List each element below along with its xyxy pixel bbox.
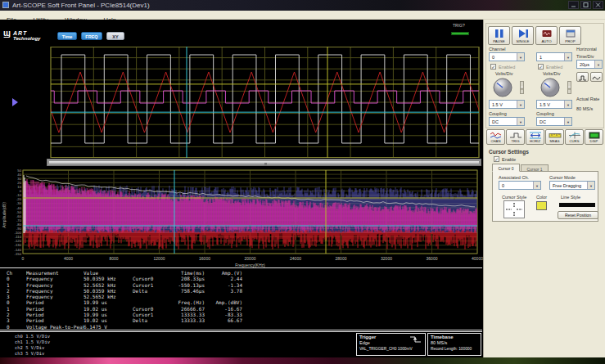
auto-button[interactable]: AUTO — [535, 26, 558, 45]
view-button-xy[interactable]: XY — [106, 32, 124, 40]
meas-cell: Period — [26, 317, 84, 323]
tab-horiz[interactable]: HORIZ — [526, 129, 544, 145]
meas-cell: 50.0359 kHz — [84, 288, 133, 294]
meas-header-cell: Amp.(V) — [205, 270, 242, 276]
chevron-down-icon — [564, 53, 571, 61]
display-icon — [588, 132, 601, 139]
properties-icon — [565, 29, 576, 38]
channel-select-1[interactable]: 1 — [536, 52, 572, 61]
channel-scale-line: ch0 1.5 V/Div — [15, 334, 50, 339]
svg-text:16000: 16000 — [199, 256, 210, 261]
close-button[interactable] — [593, 1, 603, 9]
tab-chan[interactable]: CHAN — [486, 129, 505, 145]
close-icon — [594, 2, 602, 8]
tab-cursor-0[interactable]: Cursor 0 — [492, 164, 520, 172]
single-button[interactable]: SINGLE — [512, 26, 534, 45]
enabled-checkbox-1[interactable] — [538, 64, 544, 70]
channel-select-0[interactable]: 0 — [489, 52, 525, 61]
coupling-select-1[interactable]: DC — [536, 117, 572, 126]
cursor-enable-checkbox[interactable] — [494, 156, 499, 162]
scope-display-area: Ϣ ART Technology Time FREQ XY TRIG? 5040… — [0, 20, 483, 357]
meas-cell: 2.44 — [205, 276, 242, 281]
logo-wave-icon: Ϣ — [3, 31, 11, 37]
fft-spectrum-plot[interactable]: 50403020100-10-20-30-40-50-60-70-80-90-1… — [0, 168, 483, 267]
reset-position-button[interactable]: Reset Position — [558, 211, 598, 219]
timebase-record-length: Record Length: 100000 — [431, 346, 478, 352]
knob-icon — [540, 77, 561, 98]
crosshair-icon — [504, 201, 524, 218]
hmode-button-2[interactable] — [590, 72, 603, 82]
meas-cell: 13333.33 — [162, 312, 205, 317]
voltsdiv-value-1: 1.5 V — [540, 102, 550, 107]
svg-text:4000: 4000 — [64, 256, 73, 261]
tab-trig[interactable]: TRIG — [506, 129, 525, 145]
cursor-settings-title: Cursor Settings — [489, 149, 529, 155]
measurement-row: 3Period19.02 usDelta13333.3366.67 — [2, 317, 272, 323]
meas-cell: 1 — [2, 306, 26, 312]
minimize-button[interactable] — [568, 1, 579, 9]
trig-status-lamp — [451, 32, 469, 35]
meas-cell: 26666.67 — [162, 306, 205, 312]
measurement-row: 2Period19.99 usCursor113333.33-83.33 — [2, 312, 272, 317]
brand-logo: Ϣ ART Technology — [5, 30, 40, 42]
cursor-mode-select[interactable]: Free Dragging — [549, 181, 595, 190]
svg-text:28000: 28000 — [336, 256, 347, 261]
voltsdiv-knob-1[interactable] — [540, 77, 561, 99]
knob-icon — [492, 77, 513, 98]
coupling-value-1: DC — [540, 119, 546, 124]
tab-disp[interactable]: DISP — [585, 129, 603, 145]
associated-ch-label: Associated Ch. — [499, 175, 529, 180]
channel-scale-line: ch1 1.5 V/Div — [15, 339, 50, 345]
view-button-time[interactable]: Time — [57, 32, 77, 40]
voltsdiv-slider-1[interactable] — [567, 81, 571, 94]
trig-status-label: TRIG? — [453, 23, 465, 28]
timediv-select[interactable]: 20µs — [576, 60, 603, 69]
view-button-freq[interactable]: FREQ — [81, 32, 102, 40]
app-window: Art-SCOPE Soft Front Panel - PCIe8514(De… — [0, 0, 605, 364]
hmode-button-1[interactable] — [576, 72, 589, 82]
prop-button[interactable]: PROP — [559, 26, 581, 45]
meas-cell — [133, 324, 162, 330]
voltsdiv-select-1[interactable]: 1.5 V — [536, 100, 572, 109]
svg-text:32000: 32000 — [381, 256, 392, 261]
chevron-down-icon — [533, 182, 540, 189]
cursor-style-preview[interactable] — [503, 200, 525, 218]
associated-ch-select[interactable]: 0 — [499, 181, 541, 190]
meas-cell: Period — [26, 312, 84, 317]
auto-setup-icon — [541, 29, 553, 38]
enabled-checkbox-0[interactable] — [490, 64, 496, 70]
voltsdiv-select-0[interactable]: 1.5 V — [489, 100, 525, 109]
measure-ruler-icon — [549, 132, 562, 139]
time-domain-plot[interactable] — [0, 47, 483, 158]
pause-button[interactable]: PAUSE — [488, 26, 510, 45]
maximize-button[interactable] — [580, 1, 591, 9]
tab-curs[interactable]: CURS — [565, 129, 584, 145]
meas-cell: 0 — [2, 276, 26, 281]
scrollbar-handle[interactable] — [48, 160, 480, 164]
tab-meas[interactable]: MEAS — [545, 129, 564, 145]
coupling-select-0[interactable]: DC — [489, 117, 525, 126]
meas-cell: Delta — [133, 317, 162, 323]
meas-cell: 13333.33 — [162, 317, 205, 323]
timebase-rate: 80 MS/s — [431, 340, 478, 346]
channel-scale-line: ch3 5 V/Div — [15, 351, 50, 357]
trigger-icon — [509, 132, 522, 139]
measurement-row: 0Voltage Peak-to-Peak6.1475 V — [2, 324, 272, 330]
meas-cell — [162, 294, 205, 299]
svg-text:Amplitude(dB): Amplitude(dB) — [2, 202, 7, 228]
time-plot-scrollbar[interactable] — [47, 159, 481, 166]
desktop-wallpaper-strip — [0, 357, 605, 364]
trigger-box: Trigger Edge VAL_TRIGGER_CH0 1000mV — [356, 333, 426, 356]
voltsdiv-knob-0[interactable] — [492, 77, 513, 99]
line-style-preview[interactable] — [559, 203, 595, 207]
app-icon — [2, 2, 9, 8]
coupling-value-0: DC — [492, 119, 499, 124]
timebase-box-title: Timebase — [431, 335, 478, 340]
cursor-color-swatch[interactable] — [536, 201, 547, 210]
titlebar: Art-SCOPE Soft Front Panel - PCIe8514(De… — [0, 0, 605, 11]
timediv-label: Time/Div — [576, 54, 594, 59]
meas-cell — [162, 324, 205, 330]
meas-cell — [133, 294, 162, 299]
voltsdiv-slider-0[interactable] — [520, 81, 524, 94]
actual-rate-label: Actual Rate — [576, 97, 599, 101]
